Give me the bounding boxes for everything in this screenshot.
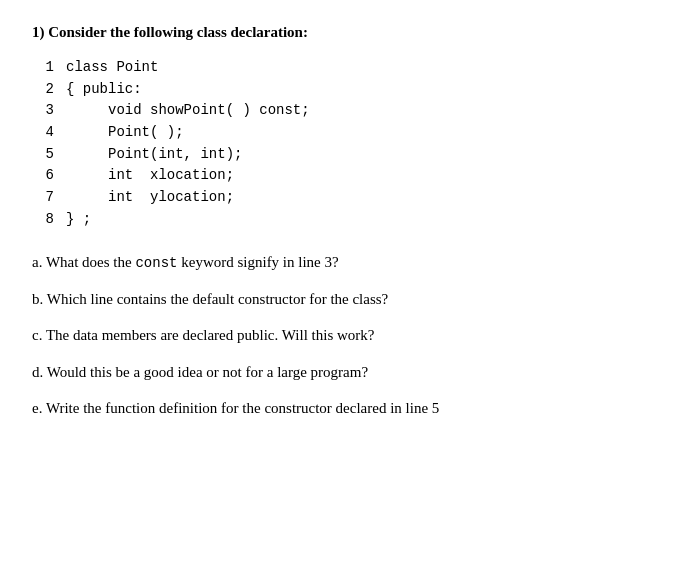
line-number: 6 <box>32 165 54 187</box>
line-number: 7 <box>32 187 54 209</box>
code-block: 1class Point2{ public:3 void showPoint( … <box>32 57 648 231</box>
line-number: 2 <box>32 79 54 101</box>
question-text: b. Which line contains the default const… <box>32 288 648 311</box>
line-code: int xlocation; <box>66 165 234 187</box>
line-number: 3 <box>32 100 54 122</box>
code-line: 7 int ylocation; <box>32 187 648 209</box>
line-number: 5 <box>32 144 54 166</box>
code-line: 3 void showPoint( ) const; <box>32 100 648 122</box>
line-code: } ; <box>66 209 91 231</box>
line-number: 4 <box>32 122 54 144</box>
question-header: 1) Consider the following class declarat… <box>32 24 648 41</box>
line-code: { public: <box>66 79 142 101</box>
line-code: Point(int, int); <box>66 144 242 166</box>
code-line: 1class Point <box>32 57 648 79</box>
inline-code: const <box>135 255 177 271</box>
code-line: 2{ public: <box>32 79 648 101</box>
line-code: Point( ); <box>66 122 184 144</box>
code-line: 6 int xlocation; <box>32 165 648 187</box>
code-line: 5 Point(int, int); <box>32 144 648 166</box>
line-code: void showPoint( ) const; <box>66 100 310 122</box>
question-item: a. What does the const keyword signify i… <box>32 251 648 274</box>
question-text: d. Would this be a good idea or not for … <box>32 361 648 384</box>
question-text: e. Write the function definition for the… <box>32 397 648 420</box>
line-number: 8 <box>32 209 54 231</box>
questions-section: a. What does the const keyword signify i… <box>32 251 648 420</box>
line-code: class Point <box>66 57 158 79</box>
line-code: int ylocation; <box>66 187 234 209</box>
question-text-after: keyword signify in line 3? <box>177 254 338 270</box>
code-line: 4 Point( ); <box>32 122 648 144</box>
line-number: 1 <box>32 57 54 79</box>
question-text: c. The data members are declared public.… <box>32 324 648 347</box>
code-line: 8} ; <box>32 209 648 231</box>
question-label: a. What does the <box>32 254 135 270</box>
